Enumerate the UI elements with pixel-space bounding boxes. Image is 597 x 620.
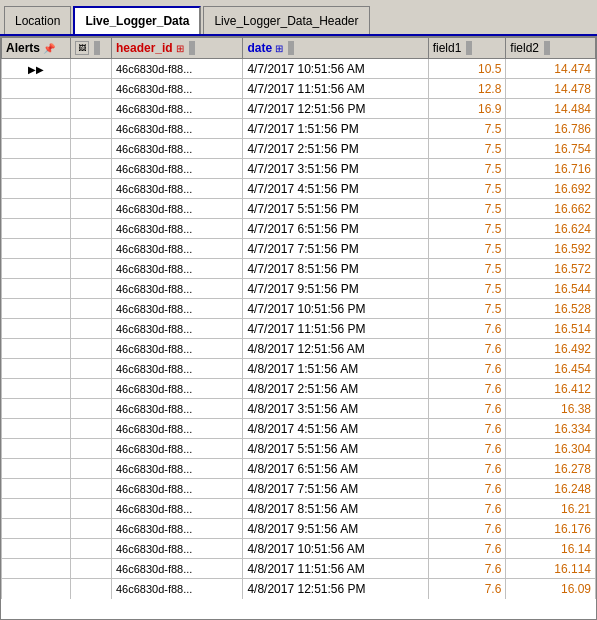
cell-field2: 16.754 xyxy=(506,139,596,159)
cell-field1: 7.6 xyxy=(428,579,506,599)
cell-date: 4/7/2017 2:51:56 PM xyxy=(243,139,428,159)
col-resize-handle-date[interactable] xyxy=(288,41,294,55)
col-resize-handle[interactable] xyxy=(94,41,100,55)
cell-icon xyxy=(71,179,112,199)
col-header-field1[interactable]: field1 xyxy=(428,38,506,59)
table-row[interactable]: 46c6830d-f88...4/7/2017 8:51:56 PM7.516.… xyxy=(2,259,596,279)
cell-field1: 7.6 xyxy=(428,459,506,479)
cell-date: 4/8/2017 2:51:56 AM xyxy=(243,379,428,399)
cell-header-id: 46c6830d-f88... xyxy=(111,559,242,579)
data-table: Alerts📌🖼header_id⊞date⊞field1field2 ▶46c… xyxy=(1,37,596,599)
table-row[interactable]: 46c6830d-f88...4/7/2017 4:51:56 PM7.516.… xyxy=(2,179,596,199)
sort-icon-date[interactable]: ⊞ xyxy=(275,43,283,54)
cell-field2: 16.692 xyxy=(506,179,596,199)
cell-date: 4/7/2017 3:51:56 PM xyxy=(243,159,428,179)
cell-alerts xyxy=(2,519,71,539)
col-label-field2: field2 xyxy=(510,41,539,55)
col-resize-handle-field1[interactable] xyxy=(466,41,472,55)
table-row[interactable]: 46c6830d-f88...4/7/2017 6:51:56 PM7.516.… xyxy=(2,219,596,239)
cell-field2: 16.492 xyxy=(506,339,596,359)
cell-date: 4/7/2017 10:51:56 AM xyxy=(243,59,428,79)
table-row[interactable]: ▶46c6830d-f88...4/7/2017 10:51:56 AM10.5… xyxy=(2,59,596,79)
tab-live-logger-data[interactable]: Live_Logger_Data xyxy=(73,6,201,34)
cell-field2: 14.484 xyxy=(506,99,596,119)
cell-field2: 14.474 xyxy=(506,59,596,79)
table-row[interactable]: 46c6830d-f88...4/8/2017 2:51:56 AM7.616.… xyxy=(2,379,596,399)
cell-header-id: 46c6830d-f88... xyxy=(111,379,242,399)
col-header-date[interactable]: date⊞ xyxy=(243,38,428,59)
cell-icon xyxy=(71,339,112,359)
cell-icon xyxy=(71,139,112,159)
tab-location[interactable]: Location xyxy=(4,6,71,34)
cell-date: 4/8/2017 5:51:56 AM xyxy=(243,439,428,459)
table-row[interactable]: 46c6830d-f88...4/7/2017 5:51:56 PM7.516.… xyxy=(2,199,596,219)
cell-field2: 16.114 xyxy=(506,559,596,579)
table-row[interactable]: 46c6830d-f88...4/7/2017 9:51:56 PM7.516.… xyxy=(2,279,596,299)
table-row[interactable]: 46c6830d-f88...4/7/2017 12:51:56 PM16.91… xyxy=(2,99,596,119)
col-header-icon[interactable]: 🖼 xyxy=(71,38,112,59)
cell-field2: 16.14 xyxy=(506,539,596,559)
cell-field1: 7.5 xyxy=(428,239,506,259)
table-row[interactable]: 46c6830d-f88...4/8/2017 11:51:56 AM7.616… xyxy=(2,559,596,579)
cell-alerts: ▶ xyxy=(2,59,71,79)
table-row[interactable]: 46c6830d-f88...4/7/2017 1:51:56 PM7.516.… xyxy=(2,119,596,139)
cell-header-id: 46c6830d-f88... xyxy=(111,219,242,239)
col-header-header-id[interactable]: header_id⊞ xyxy=(111,38,242,59)
cell-field2: 16.544 xyxy=(506,279,596,299)
cell-icon xyxy=(71,479,112,499)
cell-icon xyxy=(71,299,112,319)
table-row[interactable]: 46c6830d-f88...4/8/2017 5:51:56 AM7.616.… xyxy=(2,439,596,459)
cell-field1: 7.5 xyxy=(428,159,506,179)
cell-field2: 16.334 xyxy=(506,419,596,439)
col-header-field2[interactable]: field2 xyxy=(506,38,596,59)
table-row[interactable]: 46c6830d-f88...4/8/2017 4:51:56 AM7.616.… xyxy=(2,419,596,439)
col-header-alerts[interactable]: Alerts📌 xyxy=(2,38,71,59)
cell-field1: 7.6 xyxy=(428,479,506,499)
table-row[interactable]: 46c6830d-f88...4/8/2017 10:51:56 AM7.616… xyxy=(2,539,596,559)
cell-header-id: 46c6830d-f88... xyxy=(111,299,242,319)
cell-alerts xyxy=(2,239,71,259)
table-row[interactable]: 46c6830d-f88...4/7/2017 2:51:56 PM7.516.… xyxy=(2,139,596,159)
cell-field2: 16.716 xyxy=(506,159,596,179)
col-resize-handle-field2[interactable] xyxy=(544,41,550,55)
sort-icon-header-id[interactable]: ⊞ xyxy=(176,43,184,54)
cell-header-id: 46c6830d-f88... xyxy=(111,59,242,79)
cell-alerts xyxy=(2,159,71,179)
table-row[interactable]: 46c6830d-f88...4/8/2017 9:51:56 AM7.616.… xyxy=(2,519,596,539)
tab-live-logger-data-header[interactable]: Live_Logger_Data_Header xyxy=(203,6,369,34)
table-row[interactable]: 46c6830d-f88...4/8/2017 12:51:56 PM7.616… xyxy=(2,579,596,599)
cell-field2: 16.304 xyxy=(506,439,596,459)
table-row[interactable]: 46c6830d-f88...4/8/2017 3:51:56 AM7.616.… xyxy=(2,399,596,419)
table-row[interactable]: 46c6830d-f88...4/8/2017 12:51:56 AM7.616… xyxy=(2,339,596,359)
cell-alerts xyxy=(2,119,71,139)
cell-header-id: 46c6830d-f88... xyxy=(111,519,242,539)
pin-icon: 📌 xyxy=(43,43,55,54)
tab-bar: LocationLive_Logger_DataLive_Logger_Data… xyxy=(0,0,597,36)
table-row[interactable]: 46c6830d-f88...4/7/2017 11:51:56 AM12.81… xyxy=(2,79,596,99)
cell-date: 4/7/2017 5:51:56 PM xyxy=(243,199,428,219)
cell-field1: 7.5 xyxy=(428,199,506,219)
cell-date: 4/7/2017 1:51:56 PM xyxy=(243,119,428,139)
cell-field1: 12.8 xyxy=(428,79,506,99)
cell-header-id: 46c6830d-f88... xyxy=(111,259,242,279)
cell-date: 4/7/2017 11:51:56 AM xyxy=(243,79,428,99)
image-icon[interactable]: 🖼 xyxy=(75,41,89,55)
cell-header-id: 46c6830d-f88... xyxy=(111,279,242,299)
table-row[interactable]: 46c6830d-f88...4/8/2017 6:51:56 AM7.616.… xyxy=(2,459,596,479)
cell-field1: 7.5 xyxy=(428,259,506,279)
cell-icon xyxy=(71,379,112,399)
table-row[interactable]: 46c6830d-f88...4/8/2017 1:51:56 AM7.616.… xyxy=(2,359,596,379)
table-row[interactable]: 46c6830d-f88...4/8/2017 7:51:56 AM7.616.… xyxy=(2,479,596,499)
table-row[interactable]: 46c6830d-f88...4/7/2017 7:51:56 PM7.516.… xyxy=(2,239,596,259)
table-row[interactable]: 46c6830d-f88...4/8/2017 8:51:56 AM7.616.… xyxy=(2,499,596,519)
cell-alerts xyxy=(2,579,71,599)
cell-field1: 7.6 xyxy=(428,339,506,359)
cell-field2: 16.454 xyxy=(506,359,596,379)
table-row[interactable]: 46c6830d-f88...4/7/2017 11:51:56 PM7.616… xyxy=(2,319,596,339)
cell-header-id: 46c6830d-f88... xyxy=(111,479,242,499)
col-resize-handle-header-id[interactable] xyxy=(189,41,195,55)
table-row[interactable]: 46c6830d-f88...4/7/2017 3:51:56 PM7.516.… xyxy=(2,159,596,179)
cell-field1: 7.6 xyxy=(428,439,506,459)
table-row[interactable]: 46c6830d-f88...4/7/2017 10:51:56 PM7.516… xyxy=(2,299,596,319)
cell-date: 4/8/2017 11:51:56 AM xyxy=(243,559,428,579)
